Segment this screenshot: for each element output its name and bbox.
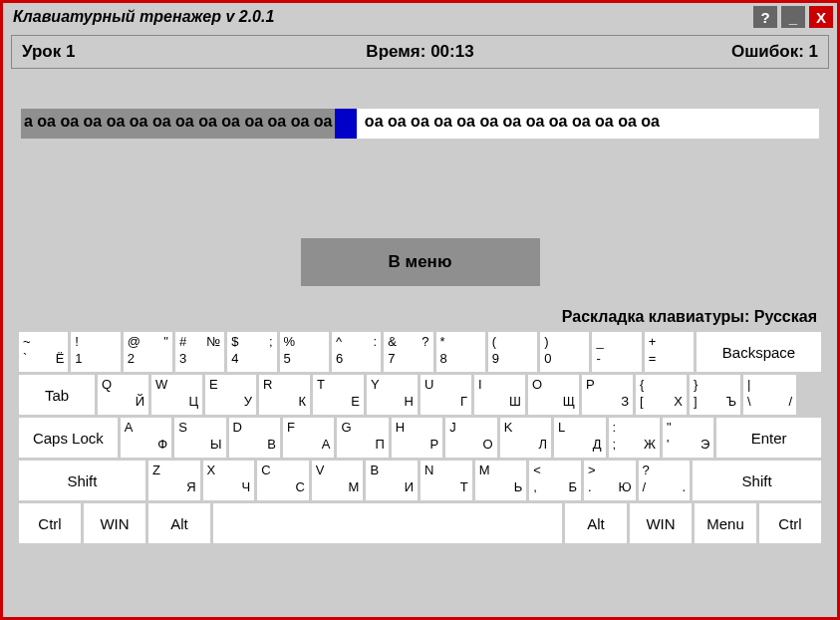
minimize-button[interactable]: _ xyxy=(781,6,805,28)
key-menu[interactable]: Menu xyxy=(695,503,756,543)
key-enter[interactable]: Enter xyxy=(716,418,821,458)
key[interactable]: <,Б xyxy=(529,461,581,500)
time-label: Время: 00:13 xyxy=(287,42,552,62)
key[interactable]: @"2 xyxy=(124,332,172,372)
key-win[interactable]: WIN xyxy=(630,503,692,543)
key[interactable]: ^:6 xyxy=(332,332,381,372)
key[interactable]: {[Х xyxy=(636,375,687,415)
key[interactable]: >.Ю xyxy=(584,461,636,500)
key[interactable]: LД xyxy=(554,418,605,458)
key[interactable]: (9 xyxy=(488,332,537,372)
key-shift-right[interactable]: Shift xyxy=(693,461,821,500)
app-window: Клавиатурный тренажер v 2.0.1 ? _ X Урок… xyxy=(0,0,840,620)
key[interactable]: !1 xyxy=(71,332,120,372)
key[interactable]: &?7 xyxy=(384,332,432,372)
key[interactable]: |\/ xyxy=(743,375,796,415)
key-capslock[interactable]: Caps Lock xyxy=(19,418,118,458)
key[interactable]: ZЯ xyxy=(148,461,200,500)
key-backspace[interactable]: Backspace xyxy=(697,332,821,372)
key[interactable]: ~`Ё xyxy=(19,332,68,372)
lesson-label: Урок 1 xyxy=(22,42,287,62)
key[interactable]: *8 xyxy=(436,332,485,372)
key[interactable]: )0 xyxy=(540,332,589,372)
key-shift-left[interactable]: Shift xyxy=(19,461,145,500)
menu-button[interactable]: В меню xyxy=(301,238,540,286)
key[interactable]: FА xyxy=(283,418,334,458)
typing-cursor xyxy=(335,109,357,139)
key-win[interactable]: WIN xyxy=(84,503,145,543)
key-ctrl[interactable]: Ctrl xyxy=(19,503,81,543)
key[interactable]: RК xyxy=(259,375,310,415)
key[interactable]: CС xyxy=(257,461,309,500)
key-alt[interactable]: Alt xyxy=(148,503,210,543)
typed-text: а оа оа оа оа оа оа оа оа оа оа оа оа оа xyxy=(21,109,335,139)
key[interactable]: GП xyxy=(337,418,388,458)
titlebar: Клавиатурный тренажер v 2.0.1 ? _ X xyxy=(3,3,837,31)
key[interactable]: SЫ xyxy=(174,418,225,458)
key[interactable]: AФ xyxy=(121,418,171,458)
key[interactable]: DВ xyxy=(229,418,280,458)
key[interactable]: $;4 xyxy=(227,332,276,372)
key-tab[interactable]: Tab xyxy=(19,375,95,415)
key[interactable]: #№3 xyxy=(175,332,224,372)
key-ctrl[interactable]: Ctrl xyxy=(759,503,821,543)
key[interactable]: KЛ xyxy=(500,418,551,458)
key[interactable]: NТ xyxy=(420,461,472,500)
key[interactable]: YН xyxy=(367,375,418,415)
key[interactable]: %5 xyxy=(280,332,329,372)
key[interactable]: VМ xyxy=(312,461,364,500)
key[interactable]: PЗ xyxy=(582,375,633,415)
key[interactable]: QЙ xyxy=(98,375,148,415)
close-button[interactable]: X xyxy=(809,6,833,28)
key[interactable]: += xyxy=(645,332,694,372)
key[interactable]: _- xyxy=(592,332,641,372)
key-space[interactable] xyxy=(213,503,562,543)
typing-area[interactable]: а оа оа оа оа оа оа оа оа оа оа оа оа оа… xyxy=(21,109,819,139)
key[interactable]: "'Э xyxy=(663,418,713,458)
key[interactable]: :;Ж xyxy=(609,418,660,458)
key[interactable]: HР xyxy=(392,418,442,458)
key[interactable]: XЧ xyxy=(203,461,255,500)
key[interactable]: IШ xyxy=(474,375,525,415)
key[interactable]: JО xyxy=(445,418,496,458)
keyboard-layout-label: Раскладка клавиатуры: Русская xyxy=(3,308,817,326)
key[interactable]: MЬ xyxy=(475,461,527,500)
key[interactable]: UГ xyxy=(420,375,471,415)
key[interactable]: }]Ъ xyxy=(690,375,740,415)
key[interactable]: ?/. xyxy=(639,461,691,500)
app-title: Клавиатурный тренажер v 2.0.1 xyxy=(7,8,753,26)
key[interactable]: OЩ xyxy=(528,375,579,415)
remaining-text: оа оа оа оа оа оа оа оа оа оа оа оа оа xyxy=(357,109,819,139)
key-alt[interactable]: Alt xyxy=(565,503,627,543)
help-button[interactable]: ? xyxy=(753,6,777,28)
status-bar: Урок 1 Время: 00:13 Ошибок: 1 xyxy=(11,35,829,69)
key[interactable]: WЦ xyxy=(151,375,202,415)
keyboard: ~`Ё!1@"2#№3$;4%5^:6&?7*8(9)0_-+=Backspac… xyxy=(19,332,821,543)
key[interactable]: EУ xyxy=(205,375,256,415)
key[interactable]: BИ xyxy=(366,461,418,500)
key[interactable]: TЕ xyxy=(313,375,364,415)
errors-label: Ошибок: 1 xyxy=(553,42,818,62)
